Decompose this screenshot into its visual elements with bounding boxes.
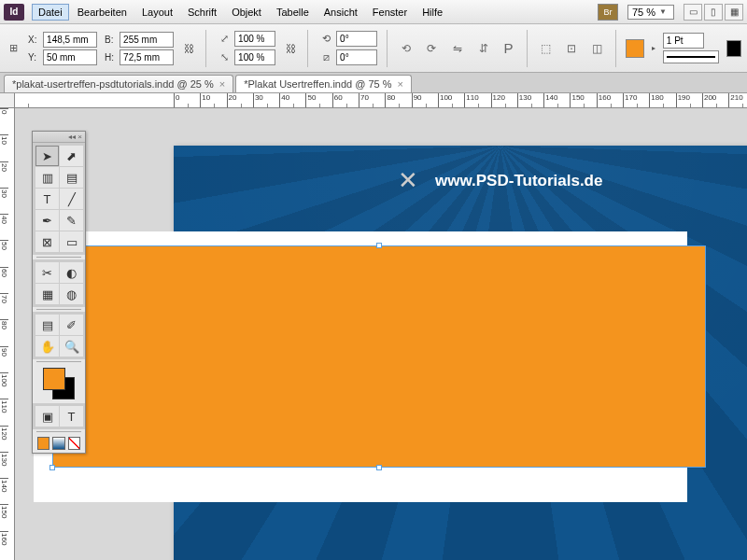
horizontal-ruler[interactable]: 0102030405060708090100110120130140150160…: [15, 93, 747, 108]
vertical-ruler[interactable]: 0102030405060708090100110120130140150160: [0, 108, 15, 560]
tab-document-2[interactable]: *Plakat Usertreffen.indd @ 75 %×: [235, 75, 412, 92]
eyedropper-tool[interactable]: ✐: [60, 315, 83, 335]
menu-hilfe[interactable]: Hilfe: [416, 4, 449, 21]
format-text-icon[interactable]: T: [60, 406, 83, 427]
menu-schrift[interactable]: Schrift: [181, 4, 223, 21]
document-tabs: *plakat-usertreffen-psdtutorials.indd @ …: [0, 73, 747, 93]
x-input[interactable]: [43, 32, 97, 48]
pencil-tool[interactable]: ✎: [60, 210, 83, 231]
scale-x-input[interactable]: [234, 31, 275, 47]
menu-objekt[interactable]: Objekt: [225, 4, 268, 21]
gradient-feather-tool[interactable]: ◍: [60, 284, 83, 304]
control-bar: ⊞ X: Y: B: H: ⛓ ⤢ ⤡ ⛓ ⟲ ⧄ ⟲ ⟳ ⇋ ⇵ P ⬚ ⊡ …: [0, 24, 747, 73]
arrange-icon[interactable]: ▦: [725, 4, 743, 21]
apply-none-icon[interactable]: [68, 437, 80, 450]
zoom-tool[interactable]: 🔍: [60, 336, 83, 357]
scale-x-icon: ⤢: [216, 31, 233, 48]
stroke-weight-input[interactable]: [663, 33, 704, 49]
apply-gradient-icon[interactable]: [52, 437, 64, 450]
close-icon[interactable]: ×: [219, 78, 225, 90]
rectangle-tool[interactable]: ▭: [60, 231, 83, 252]
app-logo: Id: [4, 4, 24, 21]
screen-mode-icon[interactable]: ▯: [704, 4, 723, 21]
hand-tool[interactable]: ✋: [35, 336, 59, 357]
note-tool[interactable]: ▤: [35, 315, 59, 335]
zoom-level[interactable]: 75 %▼: [627, 5, 674, 20]
pen-tool[interactable]: ✒: [35, 210, 59, 231]
select-content-icon[interactable]: ⊡: [562, 39, 581, 58]
rotate-input[interactable]: [336, 31, 377, 47]
menu-ansicht[interactable]: Ansicht: [317, 4, 364, 21]
handle-bc[interactable]: [376, 465, 382, 470]
menu-tabelle[interactable]: Tabelle: [270, 4, 316, 21]
close-icon[interactable]: ×: [398, 78, 403, 90]
handle-bl[interactable]: [49, 465, 55, 470]
fill-swatch[interactable]: [626, 39, 644, 58]
menu-bearbeiten[interactable]: Bearbeiten: [71, 4, 134, 21]
tools-panel[interactable]: ◂◂ × ➤ ⬈ ▥ ▤ T ╱ ✒ ✎ ⊠ ▭ ✂ ◐ ▦ ◍: [32, 131, 86, 454]
rotate-icon: ⟲: [317, 31, 334, 48]
panel-collapse-icon[interactable]: ◂◂ ×: [33, 132, 85, 143]
constrain-icon[interactable]: ⛓: [181, 40, 196, 57]
tab-document-1[interactable]: *plakat-usertreffen-psdtutorials.indd @ …: [4, 75, 233, 92]
menu-datei[interactable]: Datei: [32, 4, 69, 21]
free-transform-tool[interactable]: ◐: [60, 262, 83, 283]
selected-rectangle[interactable]: [52, 245, 706, 468]
chevron-down-icon: ▼: [659, 7, 667, 16]
constrain-scale-icon[interactable]: ⛓: [283, 40, 298, 57]
rotate-ccw-icon[interactable]: ⟲: [397, 39, 416, 58]
page-tool[interactable]: ▥: [35, 167, 59, 188]
type-tool[interactable]: T: [35, 189, 59, 209]
selection-tool[interactable]: ➤: [35, 146, 59, 166]
rectangle-frame-tool[interactable]: ⊠: [35, 231, 59, 252]
fill-stroke-swatch[interactable]: [43, 368, 75, 399]
scale-y-input[interactable]: [234, 49, 275, 65]
chevron-down-icon[interactable]: ▸: [652, 44, 655, 52]
bridge-button[interactable]: Br: [598, 4, 618, 21]
reference-point-icon[interactable]: ⊞: [6, 40, 21, 57]
fit-icon[interactable]: ◫: [588, 39, 607, 58]
menu-layout[interactable]: Layout: [135, 4, 179, 21]
paragraph-style-icon[interactable]: P: [500, 40, 517, 56]
menu-fenster[interactable]: Fenster: [366, 4, 414, 21]
flip-h-icon[interactable]: ⇋: [448, 39, 467, 58]
apply-color-icon[interactable]: [37, 437, 49, 450]
flip-v-icon[interactable]: ⇵: [474, 39, 493, 58]
format-container-icon[interactable]: ▣: [35, 406, 59, 427]
h-input[interactable]: [120, 49, 174, 65]
handle-tc[interactable]: [376, 243, 382, 248]
direct-selection-tool[interactable]: ⬈: [60, 146, 83, 166]
workspace: 0102030405060708090100110120130140150160…: [0, 93, 747, 560]
scissors-tool[interactable]: ✂: [35, 262, 59, 283]
menu-bar: Id Datei Bearbeiten Layout Schrift Objek…: [0, 0, 747, 24]
select-container-icon[interactable]: ⬚: [536, 39, 555, 58]
line-tool[interactable]: ╱: [60, 189, 83, 209]
rotate-cw-icon[interactable]: ⟳: [423, 39, 442, 58]
stroke-swatch[interactable]: [726, 40, 741, 57]
gap-tool[interactable]: ▤: [60, 167, 83, 188]
y-input[interactable]: [43, 49, 97, 65]
scale-y-icon: ⤡: [216, 49, 233, 66]
gradient-swatch-tool[interactable]: ▦: [35, 284, 59, 304]
view-mode-icon[interactable]: ▭: [684, 4, 702, 21]
canvas[interactable]: ✕ www.PSD-Tutorials.de ◂◂ × ➤ ⬈ ▥ ▤ T ╱ …: [15, 108, 747, 560]
shear-input[interactable]: [336, 49, 377, 65]
ruler-origin[interactable]: [0, 93, 15, 108]
w-input[interactable]: [120, 32, 174, 48]
butterfly-icon: ✕: [398, 166, 418, 195]
page-url-text: www.PSD-Tutorials.de: [435, 172, 602, 190]
shear-icon: ⧄: [317, 49, 334, 66]
